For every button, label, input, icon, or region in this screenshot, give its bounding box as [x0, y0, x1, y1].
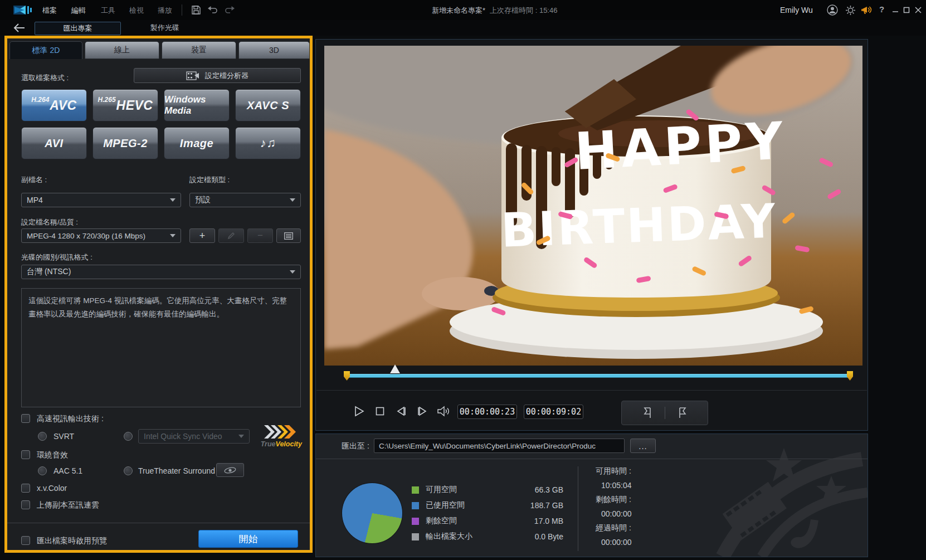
- undo-icon[interactable]: [206, 3, 220, 17]
- profile-analyzer-button[interactable]: 設定檔分析器: [134, 68, 301, 83]
- menu-view[interactable]: 檢視: [126, 6, 147, 16]
- export-path-input[interactable]: C:\Users\Emily_Wu\Documents\CyberLink\Po…: [374, 439, 625, 453]
- cake-text-line1: HAPPY: [573, 111, 788, 182]
- preview-while-export-checkbox[interactable]: [21, 536, 30, 545]
- aac-radio[interactable]: [38, 466, 47, 475]
- titlebar-separator: [182, 4, 182, 16]
- seek-bar[interactable]: [346, 374, 851, 378]
- time-value: 00:00:00: [601, 538, 632, 547]
- menu-tools[interactable]: 工具: [98, 6, 119, 16]
- time-label: 經過時間 :: [596, 523, 632, 533]
- profile-analyzer-label: 設定檔分析器: [205, 71, 248, 81]
- music-notes-icon: ♪♫: [260, 136, 276, 150]
- menu-file[interactable]: 檔案: [39, 6, 60, 16]
- surround-label: 環繞音效: [37, 450, 68, 460]
- playhead[interactable]: [390, 364, 400, 373]
- upload-cloud-checkbox[interactable]: [21, 500, 30, 509]
- surround-checkbox[interactable]: [21, 450, 30, 459]
- cake-text-line2: BIRTHDAY: [500, 193, 778, 257]
- browse-path-button[interactable]: ...: [630, 439, 656, 453]
- format-sup: H.265: [98, 96, 116, 104]
- profile-type-dropdown[interactable]: 預設: [189, 193, 301, 207]
- app-logo-icon: [12, 4, 33, 16]
- close-icon[interactable]: [912, 4, 924, 16]
- video-cake-scene: HAPPY BIRTHDAY: [324, 46, 862, 366]
- menu-edit[interactable]: 編輯: [68, 6, 89, 16]
- profile-description: 這個設定檔可將 MPEG-4 視訊檔案編碼。它使用高位元率、大畫格尺寸、完整畫格…: [21, 288, 301, 407]
- format-name: AVC: [50, 98, 76, 113]
- chevron-down-icon: [290, 270, 295, 274]
- save-icon[interactable]: [189, 3, 203, 17]
- country-format-dropdown[interactable]: 台灣 (NTSC): [21, 265, 301, 279]
- play-button[interactable]: [350, 403, 367, 420]
- format-audio-button[interactable]: ♪♫: [235, 127, 301, 159]
- tab-create-disc[interactable]: 製作光碟: [143, 22, 187, 34]
- project-title: 新增未命名專案* 上次存檔時間 : 15:46: [432, 6, 557, 16]
- minimize-icon[interactable]: [889, 4, 901, 16]
- legend-label: 已使用空間: [426, 500, 465, 510]
- profile-quality-value: MPEG-4 1280 x 720/30p (16 Mbps): [27, 232, 145, 240]
- output-divider: [316, 459, 867, 459]
- duration-field[interactable]: 00:00:09:02: [524, 405, 583, 419]
- format-avi-button[interactable]: AVI: [21, 127, 87, 159]
- stop-button[interactable]: [372, 403, 388, 420]
- truetheater-settings-button[interactable]: [216, 463, 244, 477]
- hw-encoder-dropdown: Intel Quick Sync Video: [138, 429, 250, 444]
- fast-video-checkbox[interactable]: [21, 414, 30, 423]
- select-format-label: 選取檔案格式 :: [21, 73, 69, 83]
- tab-online[interactable]: 線上: [85, 41, 159, 59]
- xvcolor-checkbox[interactable]: [21, 484, 30, 493]
- truetheater-radio[interactable]: [124, 466, 133, 475]
- mark-range-group: [621, 401, 708, 425]
- maximize-icon[interactable]: [900, 4, 913, 16]
- settings-gear-icon[interactable]: [844, 3, 857, 17]
- remove-profile-button: −: [247, 228, 273, 243]
- project-name: 新增未命名專案*: [432, 6, 485, 16]
- menu-play[interactable]: 播放: [154, 6, 176, 16]
- tab-3d[interactable]: 3D: [238, 41, 310, 59]
- trim-out-marker[interactable]: [847, 371, 853, 381]
- profile-quality-dropdown[interactable]: MPEG-4 1280 x 720/30p (16 Mbps): [21, 228, 181, 243]
- svrt-label: SVRT: [53, 432, 74, 441]
- add-profile-button[interactable]: +: [189, 228, 215, 243]
- upload-cloud-label: 上傳副本至訊連雲: [37, 500, 99, 510]
- announcement-megaphone-icon[interactable]: [860, 3, 874, 17]
- navbar: 匯出專案 製作光碟: [0, 20, 926, 36]
- tab-device[interactable]: 裝置: [162, 41, 236, 59]
- volume-button[interactable]: [435, 403, 452, 420]
- start-button[interactable]: 開始: [198, 530, 298, 548]
- chevron-down-icon: [170, 198, 176, 202]
- export-settings-panel: 標準 2D 線上 裝置 3D 選取檔案格式 : 設定檔分析器 H.264AVC …: [4, 36, 313, 553]
- previous-frame-button[interactable]: [393, 403, 410, 420]
- hw-encoder-radio[interactable]: [124, 432, 133, 441]
- chevron-down-icon: [170, 234, 176, 237]
- redo-icon[interactable]: [223, 3, 236, 17]
- mark-group-divider: [665, 407, 665, 419]
- tab-standard-2d[interactable]: 標準 2D: [9, 41, 82, 59]
- current-time-field[interactable]: 00:00:00:23: [457, 405, 517, 419]
- back-arrow-icon[interactable]: [13, 23, 26, 33]
- legend-label: 可用空間: [426, 485, 457, 495]
- extension-dropdown[interactable]: MP4: [21, 193, 181, 207]
- mark-in-icon[interactable]: [642, 406, 655, 420]
- next-frame-button[interactable]: [414, 403, 431, 420]
- svrt-radio[interactable]: [38, 432, 47, 441]
- mark-out-icon[interactable]: [675, 406, 688, 420]
- trim-in-marker[interactable]: [344, 371, 350, 381]
- help-icon[interactable]: ?: [879, 4, 884, 14]
- profile-list-button[interactable]: [276, 228, 301, 243]
- legend-swatch-3: [412, 533, 419, 540]
- user-name[interactable]: Emily Wu: [780, 6, 813, 14]
- format-image-button[interactable]: Image: [164, 127, 230, 159]
- film-analyzer-icon: [186, 71, 199, 80]
- user-avatar-icon[interactable]: [826, 3, 839, 17]
- format-h265-hevc-button[interactable]: H.265HEVC: [92, 89, 158, 121]
- hw-encoder-value: Intel Quick Sync Video: [144, 432, 222, 441]
- legend-row: 輸出檔案大小 0.0 Byte: [412, 532, 563, 542]
- format-mpeg2-button[interactable]: MPEG-2: [92, 127, 158, 159]
- format-name: XAVC S: [247, 99, 289, 112]
- format-windows-media-button[interactable]: Windows Media: [164, 89, 230, 121]
- format-h264-avc-button[interactable]: H.264AVC: [21, 89, 87, 121]
- format-xavcs-button[interactable]: XAVC S: [235, 89, 301, 121]
- tab-export-project[interactable]: 匯出專案: [35, 22, 121, 35]
